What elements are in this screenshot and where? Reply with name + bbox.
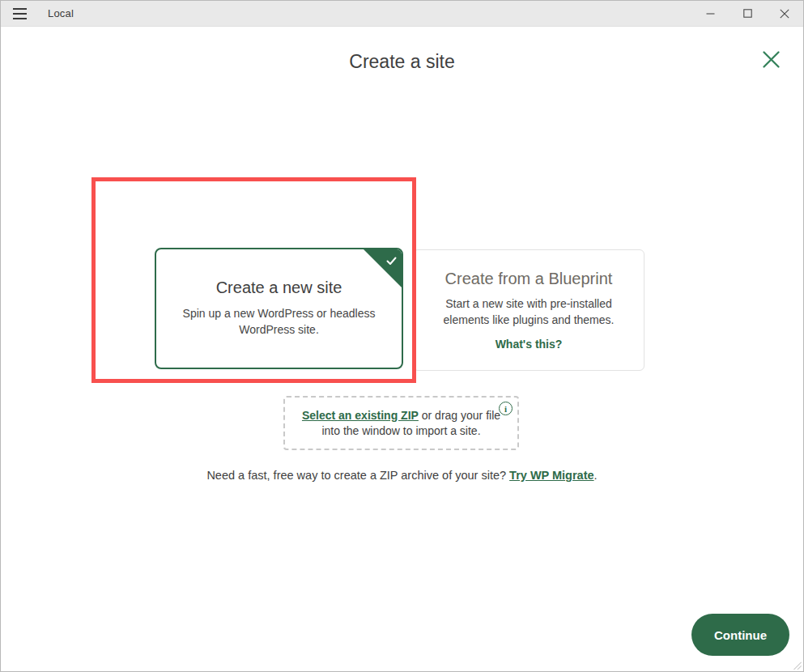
titlebar: Local — [1, 1, 803, 27]
check-icon — [386, 254, 397, 269]
info-icon[interactable]: i — [499, 402, 513, 415]
window-controls — [691, 1, 803, 27]
migrate-text: Need a fast, free way to create a ZIP ar… — [206, 469, 509, 482]
site-options-row: Create a new site Spin up a new WordPres… — [155, 248, 644, 371]
card-create-new-site[interactable]: Create a new site Spin up a new WordPres… — [155, 248, 403, 369]
minimize-icon[interactable] — [691, 1, 729, 27]
window-title: Local — [48, 7, 74, 19]
card-description: Spin up a new WordPress or headless Word… — [169, 306, 389, 338]
card-create-from-blueprint[interactable]: Create from a Blueprint Start a new site… — [413, 249, 644, 371]
close-window-icon[interactable] — [766, 1, 803, 27]
whats-this-link[interactable]: What's this? — [496, 338, 563, 351]
hamburger-menu-icon[interactable] — [1, 1, 38, 27]
wp-migrate-line: Need a fast, free way to create a ZIP ar… — [1, 469, 803, 482]
migrate-suffix: . — [594, 469, 598, 482]
page-title: Create a site — [1, 51, 803, 73]
resize-grip[interactable] — [791, 659, 802, 670]
zip-import-dropzone[interactable]: Select an existing ZIP or drag your file… — [283, 396, 519, 450]
select-existing-zip-link[interactable]: Select an existing ZIP — [302, 409, 419, 422]
close-dialog-icon[interactable] — [759, 48, 782, 70]
card-description: Start a new site with pre-installed elem… — [428, 296, 630, 329]
try-wp-migrate-link[interactable]: Try WP Migrate — [509, 469, 593, 482]
card-title: Create a new site — [216, 279, 342, 297]
continue-button[interactable]: Continue — [691, 614, 789, 656]
zip-import-text: Select an existing ZIP or drag your file… — [300, 408, 503, 439]
card-title: Create from a Blueprint — [445, 270, 613, 288]
maximize-icon[interactable] — [729, 1, 766, 27]
